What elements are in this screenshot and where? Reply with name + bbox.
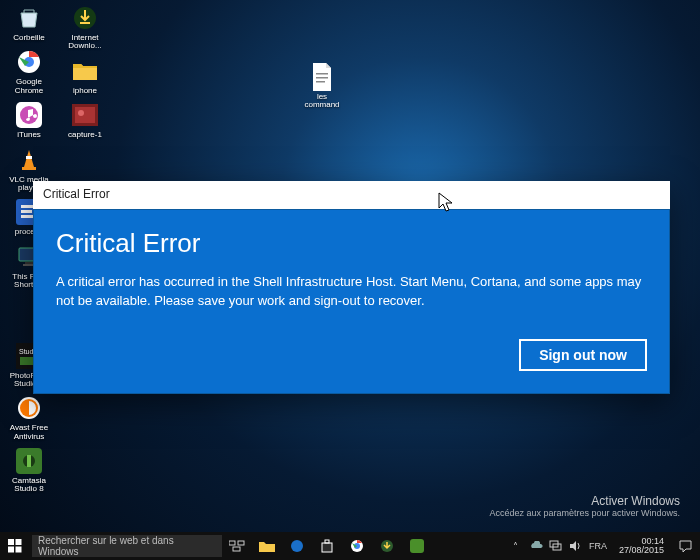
svg-rect-22 (80, 22, 90, 24)
desktop-icon[interactable]: capture-1 (62, 101, 108, 139)
taskbar-app-chrome[interactable] (342, 532, 372, 560)
desktop-icon[interactable]: Internet Downlo... (62, 4, 108, 51)
svg-rect-31 (8, 547, 14, 553)
idm-icon (71, 4, 99, 32)
camtasia-taskbar-icon (410, 539, 424, 553)
vlc-icon (15, 146, 43, 174)
svg-rect-30 (16, 539, 22, 545)
dialog-titlebar[interactable]: Critical Error (33, 181, 670, 209)
start-button[interactable] (0, 532, 30, 560)
desktop-icon[interactable]: Camtasia Studio 8 (6, 447, 52, 494)
tray-volume-icon[interactable] (569, 539, 583, 553)
recycle-bin-icon (15, 4, 43, 32)
chrome-taskbar-icon (350, 539, 364, 553)
desktop-icon[interactable]: Corbeille (6, 4, 52, 42)
taskbar-app-camtasia[interactable] (402, 532, 432, 560)
desktop-icon[interactable]: iTunes (6, 101, 52, 139)
idm-taskbar-icon (380, 539, 394, 553)
camtasia-icon (15, 447, 43, 475)
tray-language[interactable]: FRA (589, 539, 607, 553)
icon-label: les command (299, 93, 345, 110)
svg-rect-34 (238, 541, 244, 545)
desktop-icon[interactable]: Google Chrome (6, 48, 52, 95)
tray-chevron-icon[interactable]: ˄ (509, 539, 523, 553)
taskbar: Rechercher sur le web et dans Windows ˄ (0, 532, 700, 560)
action-center-button[interactable] (676, 532, 694, 560)
search-input[interactable]: Rechercher sur le web et dans Windows (32, 535, 222, 557)
icon-label: Camtasia Studio 8 (6, 477, 52, 494)
watermark-title: Activer Windows (489, 494, 680, 508)
svg-rect-20 (27, 455, 31, 467)
capture-icon (71, 101, 99, 129)
edge-icon (290, 539, 304, 553)
task-view-button[interactable] (222, 532, 252, 560)
icon-label: Google Chrome (6, 78, 52, 95)
svg-point-36 (291, 540, 303, 552)
icon-label: iphone (73, 87, 97, 95)
desktop: CorbeilleGoogle ChromeiTunesVLC media pl… (0, 0, 700, 560)
svg-rect-33 (229, 541, 235, 545)
dialog-body: Critical Error A critical error has occu… (33, 209, 670, 394)
svg-rect-11 (25, 262, 33, 264)
icon-label: iTunes (17, 131, 41, 139)
chrome-icon (15, 48, 43, 76)
itunes-icon (15, 101, 43, 129)
clock-date: 27/08/2015 (619, 546, 664, 555)
activation-watermark: Activer Windows Accédez aux paramètres p… (489, 494, 680, 518)
dialog-message: A critical error has occurred in the She… (56, 273, 647, 311)
icon-label: capture-1 (68, 131, 102, 139)
taskbar-app-idm[interactable] (372, 532, 402, 560)
iphone-folder-icon (71, 57, 99, 85)
file-explorer-icon (259, 540, 275, 552)
store-icon (320, 539, 334, 553)
svg-rect-35 (233, 547, 240, 551)
svg-rect-26 (316, 73, 328, 75)
taskbar-app-store[interactable] (312, 532, 342, 560)
svg-rect-29 (8, 539, 14, 545)
svg-rect-37 (322, 543, 332, 552)
desktop-icon[interactable]: les command (299, 63, 345, 110)
taskbar-clock[interactable]: 00:14 27/08/2015 (613, 537, 670, 555)
tray-onedrive-icon[interactable] (529, 539, 543, 553)
critical-error-dialog: Critical Error Critical Error A critical… (33, 181, 670, 394)
svg-rect-5 (22, 167, 36, 170)
watermark-subtitle: Accédez aux paramètres pour activer Wind… (489, 508, 680, 518)
dialog-heading: Critical Error (56, 228, 647, 259)
svg-rect-28 (316, 81, 325, 83)
search-placeholder: Rechercher sur le web et dans Windows (38, 535, 216, 557)
icon-label: Internet Downlo... (62, 34, 108, 51)
taskbar-app-edge[interactable] (282, 532, 312, 560)
icon-label: Corbeille (13, 34, 45, 42)
desktop-icon[interactable]: iphone (62, 57, 108, 95)
svg-rect-24 (75, 107, 95, 123)
avast-icon (15, 394, 43, 422)
svg-rect-4 (26, 156, 32, 159)
system-tray: ˄ FRA 00:14 27/08/2015 (509, 532, 700, 560)
sign-out-button[interactable]: Sign out now (519, 339, 647, 371)
desktop-icon[interactable]: Avast Free Antivirus (6, 394, 52, 441)
textfile-icon (308, 63, 336, 91)
svg-point-25 (78, 110, 84, 116)
svg-rect-38 (325, 540, 329, 543)
tray-network-icon[interactable] (549, 539, 563, 553)
task-view-icon (229, 540, 245, 552)
svg-rect-32 (16, 547, 22, 553)
svg-rect-8 (21, 210, 32, 213)
svg-rect-27 (316, 77, 328, 79)
icon-label: Avast Free Antivirus (6, 424, 52, 441)
svg-rect-42 (410, 539, 424, 553)
taskbar-app-explorer[interactable] (252, 532, 282, 560)
action-center-icon (679, 540, 692, 553)
windows-logo-icon (8, 539, 22, 553)
